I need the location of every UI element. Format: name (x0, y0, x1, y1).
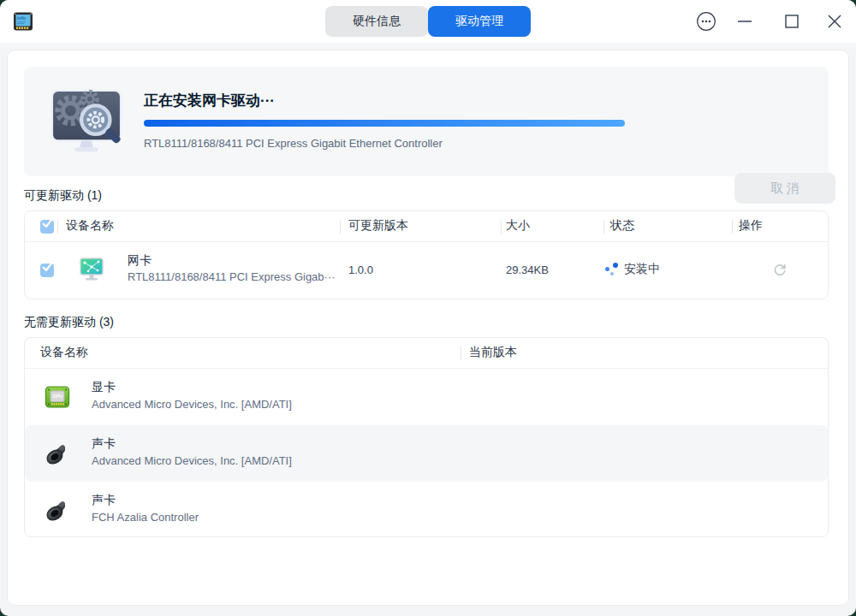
svg-text:info: info (17, 15, 27, 21)
table-row[interactable]: 声卡 Advanced Micro Devices, Inc. [AMD/ATI… (25, 425, 828, 482)
column-separator (732, 220, 733, 234)
minimize-icon[interactable] (734, 11, 755, 32)
device-description: FCH Azalia Controller (92, 511, 199, 524)
column-header-status: 状态 (610, 218, 634, 234)
column-header-version: 可更新版本 (348, 218, 408, 234)
device-name: 网卡 (128, 253, 152, 269)
ellipsis-menu-icon[interactable] (696, 11, 716, 32)
install-progress-bar (144, 120, 625, 127)
updatable-section-title: 可更新驱动 (1) (24, 188, 102, 204)
device-name: 声卡 (92, 436, 116, 452)
column-header-action: 操作 (739, 218, 763, 234)
device-size: 29.34KB (506, 264, 549, 276)
network-card-icon (78, 256, 105, 283)
column-separator (57, 220, 58, 234)
updatable-drivers-table: 设备名称 可更新版本 大小 状态 操作 (24, 210, 829, 299)
device-description: RTL8111/8168/8411 PCI Express Gigab··· (128, 270, 336, 283)
app-window: info 硬件信息 驱动管理 (0, 0, 856, 616)
status-badge: 安装中 (624, 262, 660, 277)
column-separator (603, 220, 604, 234)
cancel-button[interactable]: 取 消 (734, 173, 835, 204)
device-description: Advanced Micro Devices, Inc. [AMD/ATI] (92, 398, 292, 411)
device-name: 显卡 (92, 380, 116, 395)
svg-text:GPU: GPU (53, 394, 63, 399)
tab-hardware-info[interactable]: 硬件信息 (325, 6, 428, 37)
install-progress-title: 正在安装网卡驱动··· (144, 91, 275, 110)
device-description: Advanced Micro Devices, Inc. [AMD/ATI] (92, 454, 292, 467)
mode-tabs: 硬件信息 驱动管理 (325, 6, 531, 37)
installing-spinner-icon (605, 263, 619, 276)
driver-install-illustration (46, 82, 127, 163)
column-header-device: 设备名称 (40, 345, 88, 360)
no-update-section-title: 无需更新驱动 (3) (24, 315, 114, 330)
no-update-table-header: 设备名称 当前版本 (25, 338, 828, 369)
row-checkbox[interactable] (40, 264, 54, 277)
device-manager-app-icon: info (11, 9, 35, 33)
titlebar: info 硬件信息 驱动管理 (0, 0, 856, 43)
updatable-table-header: 设备名称 可更新版本 大小 状态 操作 (25, 211, 828, 242)
table-row[interactable]: GPU 显卡 Advanced Micro Devices, Inc. [AMD… (25, 369, 828, 425)
table-row[interactable]: 网卡 RTL8111/8168/8411 PCI Express Gigab··… (25, 242, 828, 299)
install-progress-device: RTL8111/8168/8411 PCI Express Gigabit Et… (144, 137, 443, 150)
tab-driver-manager[interactable]: 驱动管理 (428, 6, 531, 37)
column-header-current-version: 当前版本 (469, 345, 517, 360)
table-row[interactable]: 声卡 FCH Azalia Controller (25, 482, 828, 538)
device-name: 声卡 (92, 493, 116, 508)
select-all-checkbox[interactable] (40, 220, 54, 234)
column-header-device: 设备名称 (66, 218, 114, 234)
close-icon[interactable] (824, 11, 845, 32)
maximize-icon[interactable] (782, 11, 802, 32)
column-separator (501, 220, 502, 234)
speaker-icon (44, 496, 71, 524)
device-version: 1.0.0 (348, 264, 373, 276)
refresh-icon[interactable] (773, 263, 787, 276)
column-separator (340, 220, 341, 234)
column-separator (461, 346, 461, 360)
gpu-icon: GPU (44, 383, 71, 411)
column-header-size: 大小 (506, 218, 530, 234)
no-update-drivers-table: 设备名称 当前版本 GPU (24, 337, 829, 537)
speaker-icon (44, 440, 71, 467)
